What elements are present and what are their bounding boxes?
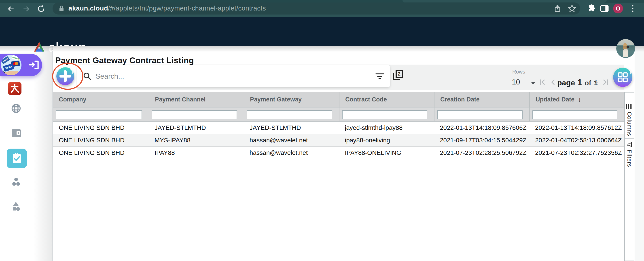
cell-contract-code: ipay88-oneliving: [339, 134, 434, 146]
filter-list-icon[interactable]: [376, 72, 384, 81]
duplicate-page-icon[interactable]: 2: [393, 70, 405, 82]
columns-icon: [626, 104, 632, 109]
cell-company: ONE LIVING SDN BHD: [53, 122, 149, 134]
bookmark-star-icon[interactable]: [568, 4, 576, 12]
share-icon[interactable]: [554, 5, 561, 12]
cell-company: ONE LIVING SDN BHD: [53, 147, 149, 159]
sidebar-item-wallet-applet[interactable]: [11, 128, 22, 138]
browser-chrome: akaun.cloud/#/applets/tnt/pgw/payment-ch…: [0, 0, 644, 17]
chrome-menu-icon[interactable]: [631, 4, 634, 13]
url-domain: akaun.cloud: [68, 4, 108, 12]
user-avatar[interactable]: [616, 39, 635, 58]
profile-initial: O: [616, 5, 620, 12]
first-page-button[interactable]: [538, 78, 546, 86]
browser-profile-badge[interactable]: O: [613, 3, 623, 13]
filter-input-contract-code[interactable]: [342, 110, 427, 119]
table-filter-row: [53, 107, 624, 122]
page-title: Payment Gateway Contract Listing: [55, 56, 194, 65]
back-icon[interactable]: [7, 5, 15, 13]
grid-view-button[interactable]: [613, 68, 632, 87]
da-character-icon: [10, 83, 20, 94]
extensions-icon[interactable]: [586, 4, 595, 13]
search-bar[interactable]: [77, 65, 390, 87]
lock-icon[interactable]: [59, 5, 64, 12]
table-row[interactable]: ONE LIVING SDN BHD IPAY88 hassan@wavelet…: [53, 147, 624, 159]
search-input[interactable]: [96, 72, 390, 80]
side-panel-icon[interactable]: [600, 5, 609, 12]
page-indicator: page 1 of 1: [557, 78, 598, 87]
column-header-company[interactable]: Company: [53, 92, 149, 107]
last-page-button[interactable]: [602, 78, 610, 86]
logo-text: akaun: [48, 41, 86, 53]
url-text: akaun.cloud/#/applets/tnt/pgw/payment-ch…: [68, 4, 266, 12]
filter-cell-company: [53, 107, 149, 121]
three-dots-icon: [12, 177, 20, 188]
wallet-icon: [11, 128, 22, 139]
cell-payment-channel: JAYED-STLMTHD: [149, 122, 244, 134]
sidebar-item-da-applet[interactable]: [8, 82, 22, 95]
echeck-card: echeck: [12, 55, 20, 61]
filter-input-company[interactable]: [56, 110, 142, 119]
previous-page-button[interactable]: [549, 78, 557, 86]
cell-creation-date: 2021-07-23T02:28:25.506792Z: [434, 147, 529, 159]
visa-card: VISA: [3, 63, 14, 72]
globe-icon: [11, 103, 21, 114]
columns-tab-label: Columns: [626, 112, 633, 136]
reload-icon[interactable]: [37, 5, 45, 13]
cell-payment-gateway: JAYED-STLMTHD: [244, 122, 339, 134]
sidebar-item-tasks-applet[interactable]: [7, 149, 27, 168]
forward-icon[interactable]: [22, 5, 30, 13]
sidebar-item-payment-gateway-applet[interactable]: AMEX echeck VISA: [0, 54, 42, 76]
cell-updated-date: 2021-07-23T02:32:27.752356Z: [529, 147, 624, 159]
cell-payment-gateway: hassan@wavelet.net: [244, 134, 339, 146]
filter-input-creation-date[interactable]: [437, 110, 522, 119]
filter-input-payment-gateway[interactable]: [247, 110, 332, 119]
search-icon: [83, 72, 92, 80]
payment-cards-illustration: AMEX echeck VISA: [1, 55, 22, 75]
filters-tab-label: Filters: [626, 150, 633, 167]
filter-input-updated-date[interactable]: [532, 110, 617, 119]
chevron-down-icon[interactable]: [531, 82, 535, 84]
of-label: of: [585, 79, 591, 87]
sort-desc-icon[interactable]: ↓: [578, 96, 581, 103]
tab-filters[interactable]: Filters: [624, 138, 634, 169]
cell-contract-code: IPAY88-ONELIVING: [339, 147, 434, 159]
cell-updated-date: 2022-01-13T14:18:09.857612Z: [529, 122, 624, 134]
shapes-icon: [11, 201, 21, 213]
column-header-updated-date[interactable]: Updated Date ↓: [529, 92, 624, 107]
table-header-row: Company Payment Channel Payment Gateway …: [53, 92, 624, 107]
column-header-contract-code[interactable]: Contract Code: [339, 92, 434, 107]
funnel-icon: [626, 142, 632, 147]
filter-cell-updated-date: [529, 107, 624, 121]
filter-cell-payment-gateway: [244, 107, 339, 121]
cell-payment-gateway: hassan@wavelet.net: [244, 147, 339, 159]
next-page-button[interactable]: [592, 78, 600, 86]
column-header-label: Updated Date: [536, 96, 574, 103]
table-scroll-corner: [624, 92, 634, 100]
cell-creation-date: 2022-01-13T14:18:09.857606Z: [434, 122, 529, 134]
cell-creation-date: 2021-09-17T03:04:15.504429Z: [434, 134, 529, 146]
cell-company: ONE LIVING SDN BHD: [53, 134, 149, 146]
filter-input-payment-channel[interactable]: [152, 110, 237, 119]
sidebar-item-cluster-applet[interactable]: [12, 178, 20, 188]
sidebar-item-globe-applet[interactable]: [11, 104, 21, 114]
column-header-payment-channel[interactable]: Payment Channel: [149, 92, 244, 107]
table-row[interactable]: ONE LIVING SDN BHD JAYED-STLMTHD JAYED-S…: [53, 122, 624, 134]
page-front-outline: 2: [396, 70, 403, 78]
sidebar-item-shapes-applet[interactable]: [11, 202, 21, 213]
table-body: ONE LIVING SDN BHD JAYED-STLMTHD JAYED-S…: [53, 122, 624, 159]
url-path: /#/applets/tnt/pgw/payment-channel-apple…: [108, 4, 266, 12]
filter-cell-creation-date: [434, 107, 529, 121]
column-header-creation-date[interactable]: Creation Date: [434, 92, 529, 107]
clipboard-check-icon: [12, 152, 22, 165]
add-contract-button[interactable]: [56, 67, 74, 85]
table-row[interactable]: ONE LIVING SDN BHD MYS-IPAY88 hassan@wav…: [53, 134, 624, 147]
column-header-payment-gateway[interactable]: Payment Gateway: [244, 92, 339, 107]
page-label: page: [557, 78, 575, 87]
cell-updated-date: 2022-01-04T02:58:13.000664Z: [529, 134, 624, 146]
rows-select-underline: [512, 89, 539, 89]
rows-per-page-select[interactable]: 10: [512, 78, 520, 86]
app-header: akaun: [0, 17, 644, 46]
screen: akaun.cloud/#/applets/tnt/pgw/payment-ch…: [0, 0, 644, 261]
tab-columns[interactable]: Columns: [624, 100, 634, 139]
